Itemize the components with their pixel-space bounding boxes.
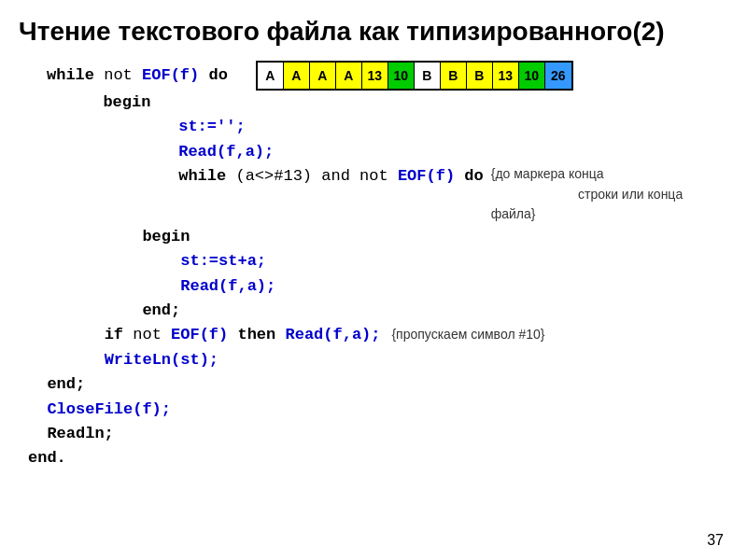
array-cell-5: 10 — [388, 63, 415, 89]
array-cell-2: A — [310, 63, 336, 89]
array-cell-4: 13 — [362, 63, 388, 89]
array-cell-6: B — [415, 63, 441, 89]
array-cell-8: B — [467, 63, 493, 89]
comment-while: {до маркера конца строки или конца файла… — [491, 164, 719, 225]
array-cell-3: A — [336, 63, 362, 89]
code-line-1: while not EOF(f) do — [47, 63, 228, 88]
code-line-readln: Readln; — [28, 422, 719, 446]
code-line-end-main: end. — [28, 446, 719, 470]
array-cell-11: 26 — [545, 63, 571, 89]
code-line-read1: Read(f,a); — [121, 140, 719, 164]
code-line-st-empty: st:=''; — [121, 115, 719, 139]
code-line-st-concat: st:=st+a; — [28, 249, 719, 273]
array-cell-9: 13 — [493, 63, 519, 89]
code-line-begin1: begin — [84, 91, 719, 115]
page-title: Чтение текстового файла как типизированн… — [0, 0, 747, 56]
code-line-while2: while (a<>#13) and not EOF(f) do {до мар… — [28, 164, 719, 225]
code-line-begin2: begin — [28, 225, 719, 249]
content-area: while not EOF(f) do A A A A 13 10 B B B … — [0, 56, 747, 471]
code-line-end2: end; — [28, 372, 719, 397]
array-cell-10: 10 — [519, 63, 545, 89]
code-line-read2: Read(f,a); — [28, 274, 719, 299]
code-block: begin st:=''; Read(f,a); while (a<>#13) … — [28, 91, 719, 471]
code-line-end1: end; — [28, 299, 719, 323]
array-cell-0: A — [258, 63, 284, 89]
code-line-writeln: WriteLn(st); — [28, 348, 719, 372]
code-line-if: if not EOF(f) then Read(f,a); {пропускае… — [28, 323, 719, 347]
array-cell-7: B — [441, 63, 467, 89]
array-cell-1: A — [284, 63, 310, 89]
page-number: 37 — [707, 532, 724, 549]
comment-if: {пропускаем символ #10} — [388, 325, 545, 345]
array-visualization: A A A A 13 10 B B B 13 10 26 — [256, 61, 573, 91]
code-line-closefile: CloseFile(f); — [28, 398, 719, 422]
